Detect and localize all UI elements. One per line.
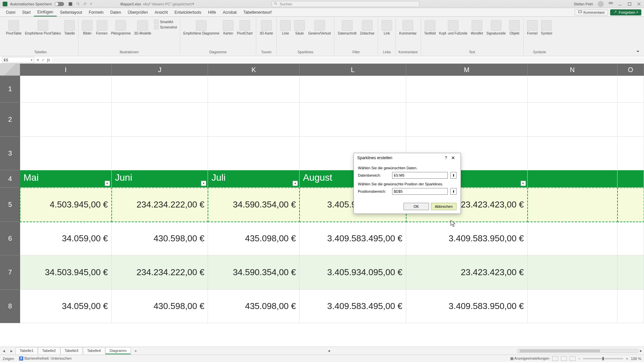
tab-acrobat[interactable]: Acrobat	[219, 8, 240, 16]
name-box[interactable]: E5 ▾	[2, 57, 34, 63]
ribbon-linie[interactable]: Linie	[279, 19, 291, 36]
zoom-out-icon[interactable]: −	[578, 357, 580, 361]
ribbon-formel[interactable]: Formel	[526, 19, 538, 36]
cell[interactable]	[208, 103, 300, 137]
cell[interactable]: 3.409.583.950,00 €	[406, 290, 528, 323]
layout-settings[interactable]: ▦ Anzeigeeinstellungen	[510, 356, 549, 361]
ribbon-gewinn-verlust[interactable]: Gewinn/Verlust	[308, 19, 331, 36]
ribbon-empfohlene-diagramme[interactable]: Empfohlene Diagramme	[183, 19, 220, 36]
filter-icon[interactable]: ▾	[105, 181, 110, 186]
cell[interactable]: 430.598,00 €	[112, 290, 208, 323]
filter-icon[interactable]: ▾	[521, 181, 526, 186]
cell[interactable]: 3.409.583.950,00 €	[406, 222, 528, 255]
accept-formula-icon[interactable]: ✓	[42, 58, 45, 62]
share-button[interactable]: Freigeben ▾	[610, 9, 641, 15]
cell[interactable]: Juni▾	[112, 170, 208, 188]
view-layout-icon[interactable]	[561, 356, 567, 361]
ribbon-s-ule[interactable]: Säule	[293, 19, 306, 36]
data-range-input[interactable]	[392, 172, 448, 179]
cell[interactable]	[618, 222, 644, 255]
cell[interactable]	[618, 76, 644, 103]
tab-formeln[interactable]: Formeln	[86, 8, 107, 16]
cell[interactable]	[406, 76, 528, 103]
cell[interactable]: 3.409.583.495,00 €	[300, 222, 406, 255]
ribbon-piktogramme[interactable]: Piktogramme	[110, 19, 131, 36]
cell[interactable]	[20, 103, 112, 137]
cell[interactable]	[20, 76, 112, 103]
cell[interactable]: 435.098,00 €	[208, 222, 300, 255]
tab-daten[interactable]: Daten	[107, 8, 124, 16]
cell[interactable]: 34.059,00 €	[20, 290, 112, 323]
search-box[interactable]: Suchen	[272, 1, 419, 7]
ribbon-textfeld[interactable]: Textfeld	[424, 19, 436, 36]
cell[interactable]: Mai▾	[20, 170, 112, 188]
cell[interactable]	[208, 137, 300, 170]
ribbon-zeitachse[interactable]: Zeitachse	[359, 19, 375, 36]
ribbon-wordart[interactable]: WordArt	[470, 19, 484, 36]
ribbon-objekt[interactable]: Objekt	[508, 19, 521, 36]
hscroll-right-icon[interactable]: ►	[638, 349, 644, 353]
cell[interactable]	[618, 290, 644, 323]
ribbon-kopf-und-fu-zeile[interactable]: Kopf- und Fußzeile	[438, 19, 468, 36]
tab-entwicklertools[interactable]: Entwicklertools	[171, 8, 205, 16]
cell[interactable]	[528, 76, 618, 103]
cell[interactable]: 234.234.222,00 €	[112, 255, 208, 290]
cell[interactable]	[300, 76, 406, 103]
col-header-I[interactable]: I	[20, 64, 112, 76]
cancel-button[interactable]: Abbrechen	[431, 203, 457, 210]
cell[interactable]	[112, 137, 208, 170]
col-header-K[interactable]: K	[208, 64, 300, 76]
hscroll-left-icon[interactable]: ◄	[326, 349, 332, 353]
view-pagebreak-icon[interactable]	[570, 356, 576, 361]
cell[interactable]	[618, 188, 644, 222]
cell[interactable]	[618, 170, 644, 188]
redo-icon[interactable]	[83, 2, 88, 6]
cell[interactable]	[112, 76, 208, 103]
ribbon-kommentar[interactable]: Kommentar	[398, 19, 417, 36]
ribbon--d-karte[interactable]: 3D-Karte	[259, 19, 274, 36]
comments-button[interactable]: Kommentare	[575, 9, 608, 15]
cell[interactable]	[618, 103, 644, 137]
row-header-3[interactable]: 3	[0, 137, 20, 170]
cancel-formula-icon[interactable]: ✕	[36, 58, 40, 62]
autosave-toggle[interactable]	[55, 2, 64, 6]
cell[interactable]: 34.590.354,00 €	[208, 188, 300, 222]
select-all-corner[interactable]	[0, 64, 20, 76]
dialog-close-icon[interactable]: ✕	[449, 155, 457, 161]
flag-icon[interactable]	[608, 2, 613, 6]
sheet-tab-diagramm[interactable]: Diagramm	[105, 347, 131, 354]
cell[interactable]	[300, 103, 406, 137]
sheet-tab-tabelle2[interactable]: Tabelle2	[38, 347, 60, 354]
col-header-L[interactable]: L	[300, 64, 406, 76]
row-header-8[interactable]: 8	[0, 290, 20, 323]
sheet-tab-tabelle4[interactable]: Tabelle4	[83, 347, 105, 354]
add-sheet-button[interactable]: ＋	[131, 348, 141, 354]
cell[interactable]	[618, 137, 644, 170]
cell[interactable]: 4.503.945,00 €	[20, 188, 112, 222]
ribbon-pivottable[interactable]: PivotTable	[5, 19, 22, 36]
cell[interactable]	[528, 290, 618, 323]
sheet-nav-next-icon[interactable]: ►	[8, 349, 15, 353]
zoom-level[interactable]: 100 %	[631, 357, 641, 361]
data-range-picker-icon[interactable]: ⬆	[450, 172, 457, 179]
row-header-4[interactable]: 4	[0, 170, 20, 188]
tab-überprüfen[interactable]: Überprüfen	[124, 8, 151, 16]
position-range-input[interactable]	[392, 188, 448, 195]
cell[interactable]	[528, 188, 618, 222]
row-header-2[interactable]: 2	[0, 103, 20, 137]
ribbon-empfohlene-pivottables[interactable]: Empfohlene PivotTables	[24, 19, 61, 36]
row-header-7[interactable]: 7	[0, 255, 20, 290]
ribbon-screenshot[interactable]: Screenshot	[154, 25, 177, 29]
sheet-tab-tabelle3[interactable]: Tabelle3	[60, 347, 83, 354]
cell[interactable]: 435.098,00 €	[208, 290, 300, 323]
tab-seitenlayout[interactable]: Seitenlayout	[57, 8, 86, 16]
col-header-N[interactable]: N	[528, 64, 618, 76]
sheet-tab-tabelle1[interactable]: Tabelle1	[15, 347, 38, 354]
col-header-J[interactable]: J	[112, 64, 208, 76]
cell[interactable]	[528, 103, 618, 137]
ribbon-signaturzeile[interactable]: Signaturzeile	[486, 19, 506, 36]
cell[interactable]	[112, 103, 208, 137]
cell[interactable]	[20, 137, 112, 170]
save-icon[interactable]	[68, 2, 73, 6]
cell[interactable]: 430.598,00 €	[112, 222, 208, 255]
